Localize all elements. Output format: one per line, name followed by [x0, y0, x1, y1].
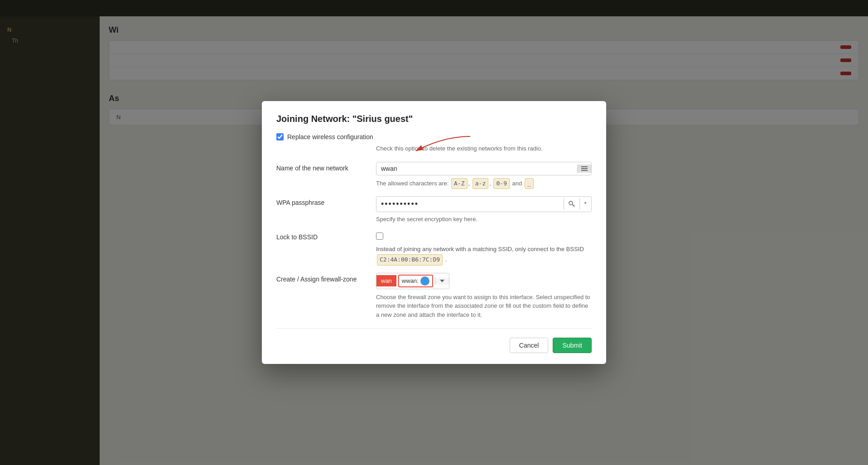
bssid-value: C2:4A:00:B6:7C:D9	[377, 254, 443, 266]
wpa-reveal-btn[interactable]	[564, 198, 579, 210]
network-name-input-wrapper	[376, 162, 592, 175]
network-name-row: Name of the new network The allowed char…	[276, 162, 592, 189]
firewall-zone-icon: 🌐	[420, 276, 429, 286]
firewall-zone-row: Create / Assign firewall-zone wan wwan: …	[276, 273, 592, 320]
firewall-zone-selector[interactable]: wan wwan: 🌐	[376, 273, 449, 289]
modal-title: Joining Network: "Sirius guest"	[276, 114, 592, 124]
network-name-input[interactable]	[376, 162, 577, 175]
lock-bssid-control: Instead of joining any network with a ma…	[376, 231, 592, 266]
char-tag-AZ: A-Z	[451, 178, 467, 189]
wpa-label: WPA passphrase	[276, 196, 376, 206]
modal-dialog: Joining Network: "Sirius guest" Replace …	[262, 101, 606, 364]
wpa-star-btn[interactable]: *	[579, 199, 591, 209]
firewall-zone-hint: Choose the firewall zone you want to ass…	[376, 293, 592, 320]
replace-wireless-label: Replace wireless configuration	[287, 133, 373, 140]
wpa-hint: Specify the secret encryption key here.	[376, 215, 592, 224]
network-name-picker-btn[interactable]	[577, 165, 591, 173]
svg-point-4	[569, 201, 573, 205]
wpa-input-wrapper: *	[376, 196, 592, 212]
firewall-zone-wan-tag: wan	[376, 275, 396, 286]
svg-rect-3	[581, 170, 588, 171]
submit-button[interactable]: Submit	[553, 338, 592, 353]
svg-rect-1	[581, 166, 588, 167]
network-name-hint: The allowed characters are: A-Z, a-z, 0-…	[376, 178, 592, 189]
lock-bssid-label: Lock to BSSID	[276, 231, 376, 241]
wpa-row: WPA passphrase * Specify the secret encr	[276, 196, 592, 224]
char-tag-09: 0-9	[493, 178, 509, 189]
svg-rect-2	[581, 168, 588, 169]
wpa-control: * Specify the secret encryption key here…	[376, 196, 592, 224]
firewall-zone-inner-text: wwan:	[402, 277, 419, 284]
wpa-input[interactable]	[376, 197, 564, 212]
svg-line-6	[574, 205, 574, 206]
modal-btn-row: Cancel Submit	[276, 338, 592, 353]
modal-overlay: Joining Network: "Sirius guest" Replace …	[0, 0, 868, 465]
firewall-zone-label: Create / Assign firewall-zone	[276, 273, 376, 283]
svg-text:🌐: 🌐	[423, 279, 427, 283]
cancel-button[interactable]: Cancel	[510, 338, 549, 353]
lock-bssid-checkbox[interactable]	[376, 232, 383, 240]
replace-wireless-row: Replace wireless configuration	[276, 133, 592, 140]
firewall-zone-inner: wwan: 🌐	[398, 275, 433, 287]
replace-wireless-hint: Check this option to delete the existing…	[376, 144, 592, 153]
firewall-zone-dropdown-btn[interactable]	[435, 277, 449, 285]
char-tag-underscore: _	[525, 178, 534, 189]
lock-bssid-hint: Instead of joining any network with a ma…	[376, 245, 592, 266]
modal-divider	[276, 328, 592, 329]
firewall-zone-control: wan wwan: 🌐	[376, 273, 592, 320]
network-name-control: The allowed characters are: A-Z, a-z, 0-…	[376, 162, 592, 189]
char-tag-az: a-z	[473, 178, 488, 189]
replace-wireless-checkbox[interactable]	[276, 133, 284, 140]
lock-bssid-row: Lock to BSSID Instead of joining any net…	[276, 231, 592, 266]
network-name-label: Name of the new network	[276, 162, 376, 172]
